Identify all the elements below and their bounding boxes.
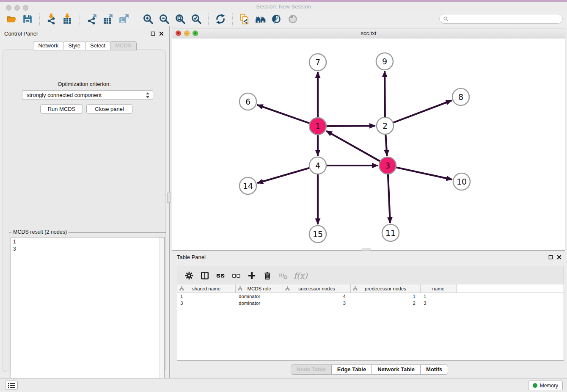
table-cell[interactable]: 1 <box>421 293 457 300</box>
table-cell[interactable]: dominator <box>236 293 283 300</box>
optimization-criterion-value: strongly connected component <box>27 92 102 98</box>
tab-network-table[interactable]: Network Table <box>372 364 421 375</box>
float-panel-icon[interactable] <box>150 31 156 36</box>
table-cell[interactable]: dominator <box>236 300 283 306</box>
home-button[interactable] <box>253 12 269 26</box>
zoom-selected-button[interactable] <box>188 12 204 26</box>
float-table-panel-icon[interactable] <box>548 254 553 260</box>
refresh-button[interactable] <box>212 12 228 26</box>
tab-network[interactable]: Network <box>33 41 63 50</box>
mcds-result-line: 1 <box>13 238 164 246</box>
horizontal-splitter-handle[interactable] <box>362 248 371 251</box>
table-cell[interactable]: 1 <box>177 293 236 300</box>
select-all-columns-button[interactable] <box>214 269 227 282</box>
zoom-fit-button[interactable] <box>172 12 188 26</box>
tab-select[interactable]: Select <box>85 41 110 50</box>
add-column-icon <box>247 271 256 280</box>
column-header-shared-name[interactable]: shared name <box>177 284 236 293</box>
result-scrollbar[interactable] <box>159 237 164 392</box>
graph-edge-3-1[interactable] <box>326 131 380 161</box>
delete-column-button[interactable] <box>261 269 274 282</box>
deselect-all-columns-button[interactable] <box>229 269 243 282</box>
zoom-in-button[interactable] <box>140 12 156 26</box>
control-panel-tabs: NetworkStyleSelectMCDS <box>0 41 169 50</box>
clone-network-button[interactable] <box>237 12 253 26</box>
column-header-MCDS-role[interactable]: MCDS role <box>236 284 283 293</box>
graph-node-6[interactable]: 6 <box>239 93 256 110</box>
show-graphics-details-button[interactable] <box>285 12 301 26</box>
graph-node-4[interactable]: 4 <box>309 157 326 174</box>
search-input[interactable] <box>451 16 562 22</box>
svg-text:2: 2 <box>383 121 388 130</box>
optimization-criterion-select[interactable]: strongly connected component <box>22 90 153 100</box>
graph-node-3[interactable]: 3 <box>379 157 396 174</box>
graph-node-9[interactable]: 9 <box>376 53 393 70</box>
tab-mcds[interactable]: MCDS <box>110 41 136 50</box>
hide-graphics-details-button[interactable] <box>269 12 285 26</box>
mcds-result-textarea[interactable]: 13 <box>11 237 165 392</box>
graph-edge-2-8[interactable] <box>393 100 452 123</box>
tab-style[interactable]: Style <box>63 41 85 50</box>
delete-table-button[interactable] <box>276 269 290 282</box>
search-icon <box>443 16 449 22</box>
split-view-button[interactable] <box>198 269 212 282</box>
import-table-button[interactable] <box>60 12 76 26</box>
table-cell[interactable]: 3 <box>283 300 351 306</box>
table-cell[interactable]: 1 <box>351 293 421 300</box>
tab-motifs[interactable]: Motifs <box>420 364 448 375</box>
export-network-button[interactable] <box>84 12 100 26</box>
column-header-successor-nodes[interactable]: successor nodes <box>283 284 351 293</box>
table-toolbar: f(x) <box>177 266 564 284</box>
graph-node-7[interactable]: 7 <box>309 54 326 71</box>
graph-node-11[interactable]: 11 <box>382 224 399 241</box>
graph-edge-3-11[interactable] <box>388 174 390 223</box>
table-cell[interactable]: 4 <box>283 293 351 300</box>
export-table-button[interactable] <box>100 12 116 26</box>
task-history-button[interactable] <box>5 381 18 390</box>
import-network-button[interactable] <box>44 12 60 26</box>
table-cell[interactable]: 3 <box>177 300 236 306</box>
graph-node-1[interactable]: 1 <box>309 118 326 135</box>
graph-node-8[interactable]: 8 <box>452 88 469 105</box>
column-header-label: successor nodes <box>298 286 335 291</box>
table-row[interactable]: 3dominator323 <box>177 300 564 306</box>
graph-edge-2-9[interactable] <box>385 71 385 117</box>
table-cell[interactable]: 3 <box>421 300 457 306</box>
zoom-out-button[interactable] <box>156 12 172 26</box>
graph-node-14[interactable]: 14 <box>239 177 256 194</box>
tab-edge-table[interactable]: Edge Table <box>331 364 372 375</box>
settings-button[interactable] <box>182 269 196 282</box>
graph-edge-4-14[interactable] <box>257 168 310 183</box>
table-cell[interactable]: 2 <box>351 300 421 306</box>
save-session-button[interactable] <box>19 12 36 26</box>
close-panel-icon[interactable] <box>159 31 164 36</box>
search-box[interactable] <box>439 14 563 24</box>
graph-edge-1-2[interactable] <box>326 126 375 126</box>
graph-edge-3-10[interactable] <box>396 167 452 179</box>
run-mcds-button[interactable]: Run MCDS <box>40 104 83 114</box>
network-view-window: × − + scc.txt 7968124314101511 <box>172 28 565 251</box>
graph-node-10[interactable]: 10 <box>453 173 470 190</box>
export-image-button[interactable] <box>116 12 132 26</box>
close-panel-button[interactable]: Close panel <box>86 104 132 114</box>
graph-edge-1-6[interactable] <box>257 105 310 124</box>
table-row[interactable]: 1dominator411 <box>177 293 564 300</box>
column-header-predecessor-nodes[interactable]: predecessor nodes <box>351 284 421 293</box>
graph-node-2[interactable]: 2 <box>377 117 394 134</box>
network-graph[interactable]: 7968124314101511 <box>172 39 565 250</box>
graph-edge-2-3[interactable] <box>385 134 387 156</box>
graph-node-15[interactable]: 15 <box>309 226 326 243</box>
optimization-criterion-label: Optimization criterion: <box>3 81 165 87</box>
vertical-splitter-handle[interactable] <box>167 193 171 203</box>
column-header-name[interactable]: name <box>421 284 457 293</box>
function-builder-button[interactable]: f(x) <box>294 271 308 280</box>
svg-text:10: 10 <box>457 177 467 186</box>
node-table[interactable]: shared nameMCDS rolesuccessor nodesprede… <box>177 284 564 360</box>
memory-button[interactable]: Memory <box>528 381 563 390</box>
network-canvas[interactable]: 7968124314101511 <box>172 39 565 250</box>
zoom-selected-icon <box>191 14 202 25</box>
open-file-button[interactable] <box>3 12 19 26</box>
close-table-panel-icon[interactable] <box>556 254 562 260</box>
tab-node-table[interactable]: Node Table <box>291 364 332 375</box>
add-column-button[interactable] <box>245 269 259 282</box>
